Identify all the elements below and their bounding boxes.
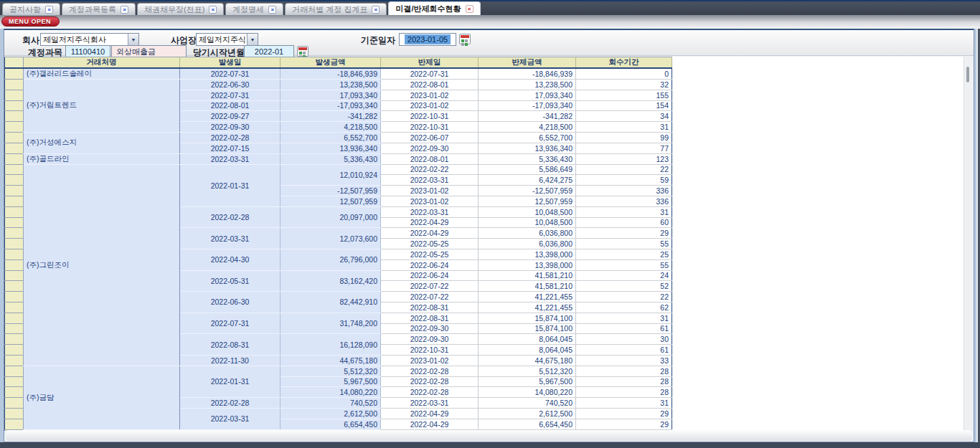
collect-days-cell[interactable]: 99 bbox=[576, 132, 672, 143]
settle-date-cell[interactable]: 2022-06-24 bbox=[381, 259, 479, 270]
settle-date-cell[interactable]: 2022-03-31 bbox=[381, 206, 479, 217]
occur-date-cell[interactable]: 2022-07-31 bbox=[180, 90, 281, 100]
row-header-cell[interactable] bbox=[5, 111, 24, 122]
occur-amount-cell[interactable]: 13,238,500 bbox=[281, 80, 381, 90]
customer-name-cell[interactable]: (주)갤러리드솔레이 bbox=[24, 68, 180, 80]
settle-date-cell[interactable]: 2022-08-01 bbox=[381, 80, 479, 90]
tab-3[interactable]: 계정명세× bbox=[225, 3, 283, 15]
settle-date-cell[interactable]: 2022-06-24 bbox=[381, 270, 479, 281]
settle-amount-cell[interactable]: 41,221,455 bbox=[479, 292, 576, 302]
settle-amount-cell[interactable]: 5,512,320 bbox=[479, 366, 576, 376]
settle-amount-cell[interactable]: 8,064,045 bbox=[479, 345, 576, 356]
occur-date-cell[interactable]: 2022-11-30 bbox=[180, 355, 281, 366]
collect-days-cell[interactable]: 55 bbox=[576, 239, 672, 249]
base-date-input[interactable]: 2023-01-05 bbox=[399, 33, 456, 46]
settle-amount-cell[interactable]: 13,936,340 bbox=[479, 143, 576, 153]
settle-amount-cell[interactable]: 6,552,700 bbox=[479, 132, 576, 143]
row-header-cell[interactable] bbox=[5, 302, 24, 313]
calendar-icon[interactable] bbox=[297, 46, 308, 57]
settle-amount-cell[interactable]: 4,218,500 bbox=[479, 122, 576, 133]
settle-amount-cell[interactable]: 13,398,000 bbox=[479, 259, 576, 270]
row-header-cell[interactable] bbox=[5, 281, 24, 292]
settle-date-cell[interactable]: 2022-08-31 bbox=[381, 302, 479, 313]
collect-days-cell[interactable]: 22 bbox=[576, 164, 672, 175]
collect-days-cell[interactable]: 31 bbox=[576, 313, 672, 323]
tab-1[interactable]: 계정과목등록× bbox=[62, 3, 136, 15]
row-header-cell[interactable] bbox=[5, 259, 24, 270]
occur-date-cell[interactable]: 2022-04-30 bbox=[180, 249, 281, 270]
tab-5[interactable]: 미결/반제회수현황× bbox=[388, 1, 480, 15]
collect-days-cell[interactable]: 22 bbox=[576, 292, 672, 302]
collect-days-cell[interactable]: 28 bbox=[576, 387, 672, 398]
settle-date-cell[interactable]: 2022-02-28 bbox=[381, 376, 479, 387]
calendar-icon[interactable] bbox=[459, 34, 471, 44]
occur-date-cell[interactable]: 2022-01-31 bbox=[180, 164, 281, 206]
settle-amount-cell[interactable]: -17,093,340 bbox=[479, 100, 576, 111]
settle-date-cell[interactable]: 2022-10-31 bbox=[381, 122, 479, 133]
horizontal-scroll-strip[interactable] bbox=[6, 430, 972, 441]
settle-amount-cell[interactable]: 10,048,500 bbox=[479, 206, 576, 217]
settle-amount-cell[interactable]: 13,398,000 bbox=[479, 249, 576, 259]
settle-amount-cell[interactable]: 14,080,220 bbox=[479, 387, 576, 398]
occur-date-cell[interactable]: 2022-06-30 bbox=[180, 80, 281, 90]
occur-date-cell[interactable]: 2022-09-27 bbox=[180, 111, 281, 122]
row-header-cell[interactable] bbox=[5, 387, 24, 398]
settle-date-cell[interactable]: 2022-04-29 bbox=[381, 228, 479, 239]
settle-amount-cell[interactable]: 13,238,500 bbox=[479, 80, 576, 90]
close-icon[interactable]: × bbox=[268, 6, 276, 14]
tab-2[interactable]: 채권채무장(전표)× bbox=[137, 3, 224, 15]
row-header-cell[interactable] bbox=[5, 206, 24, 217]
settle-date-cell[interactable]: 2022-09-30 bbox=[381, 334, 479, 345]
occur-amount-cell[interactable]: -341,282 bbox=[281, 111, 381, 122]
row-header-cell[interactable] bbox=[5, 175, 24, 186]
tab-0[interactable]: 공지사항× bbox=[2, 3, 60, 15]
settle-amount-cell[interactable]: -341,282 bbox=[479, 111, 576, 122]
occur-amount-cell[interactable]: 83,162,420 bbox=[281, 270, 381, 292]
occur-amount-cell[interactable]: 20,097,000 bbox=[281, 206, 381, 228]
settle-date-cell[interactable]: 2022-04-29 bbox=[381, 419, 479, 429]
row-header-cell[interactable] bbox=[5, 143, 24, 153]
occur-date-cell[interactable]: 2022-07-31 bbox=[180, 68, 281, 80]
occur-amount-cell[interactable]: 12,010,924 bbox=[281, 164, 381, 186]
occur-amount-cell[interactable]: -17,093,340 bbox=[281, 100, 381, 111]
settle-amount-cell[interactable]: -18,846,939 bbox=[479, 68, 576, 80]
occur-amount-cell[interactable]: 44,675,180 bbox=[281, 355, 381, 366]
row-header-cell[interactable] bbox=[5, 80, 24, 90]
settle-amount-cell[interactable]: -12,507,959 bbox=[479, 186, 576, 196]
row-header-cell[interactable] bbox=[5, 398, 24, 409]
collect-days-cell[interactable]: 59 bbox=[576, 175, 672, 186]
occur-date-cell[interactable]: 2022-06-30 bbox=[180, 292, 281, 313]
close-icon[interactable]: × bbox=[372, 6, 380, 14]
occur-amount-cell[interactable]: 13,936,340 bbox=[281, 143, 381, 153]
collect-days-cell[interactable]: 62 bbox=[576, 302, 672, 313]
occur-amount-cell[interactable]: 4,218,500 bbox=[281, 122, 381, 133]
row-header-cell[interactable] bbox=[5, 313, 24, 323]
occur-date-cell[interactable]: 2022-02-28 bbox=[180, 206, 281, 228]
row-header-cell[interactable] bbox=[5, 196, 24, 206]
settle-date-cell[interactable]: 2022-10-31 bbox=[381, 111, 479, 122]
tab-4[interactable]: 거래처별 계정 집계표× bbox=[285, 3, 387, 15]
settle-date-cell[interactable]: 2022-04-29 bbox=[381, 217, 479, 228]
occur-amount-cell[interactable]: 17,093,340 bbox=[281, 90, 381, 100]
collect-days-cell[interactable]: 336 bbox=[576, 186, 672, 196]
collect-days-cell[interactable]: 31 bbox=[576, 122, 672, 133]
occur-amount-cell[interactable]: 6,654,450 bbox=[281, 419, 381, 429]
occur-amount-cell[interactable]: 26,796,000 bbox=[281, 249, 381, 270]
customer-name-cell[interactable]: (주)그린조이 bbox=[24, 164, 180, 366]
row-header-cell[interactable] bbox=[5, 355, 24, 366]
occur-amount-cell[interactable]: 31,748,200 bbox=[281, 313, 381, 334]
occur-date-cell[interactable]: 2022-07-31 bbox=[180, 313, 281, 334]
settle-amount-cell[interactable]: 5,336,430 bbox=[479, 153, 576, 164]
customer-name-cell[interactable]: (주)거림트렌드 bbox=[24, 80, 180, 133]
row-header-cell[interactable] bbox=[5, 366, 24, 376]
settle-amount-cell[interactable]: 44,675,180 bbox=[479, 355, 576, 366]
row-header-cell[interactable] bbox=[5, 186, 24, 196]
settle-date-cell[interactable]: 2022-08-01 bbox=[381, 153, 479, 164]
settle-date-cell[interactable]: 2022-02-28 bbox=[381, 366, 479, 376]
occur-amount-cell[interactable]: 5,336,430 bbox=[281, 153, 381, 164]
row-header-cell[interactable] bbox=[5, 270, 24, 281]
collect-days-cell[interactable]: 123 bbox=[576, 153, 672, 164]
collect-days-cell[interactable]: 32 bbox=[576, 80, 672, 90]
close-icon[interactable]: × bbox=[466, 5, 473, 13]
close-icon[interactable]: × bbox=[209, 6, 217, 14]
